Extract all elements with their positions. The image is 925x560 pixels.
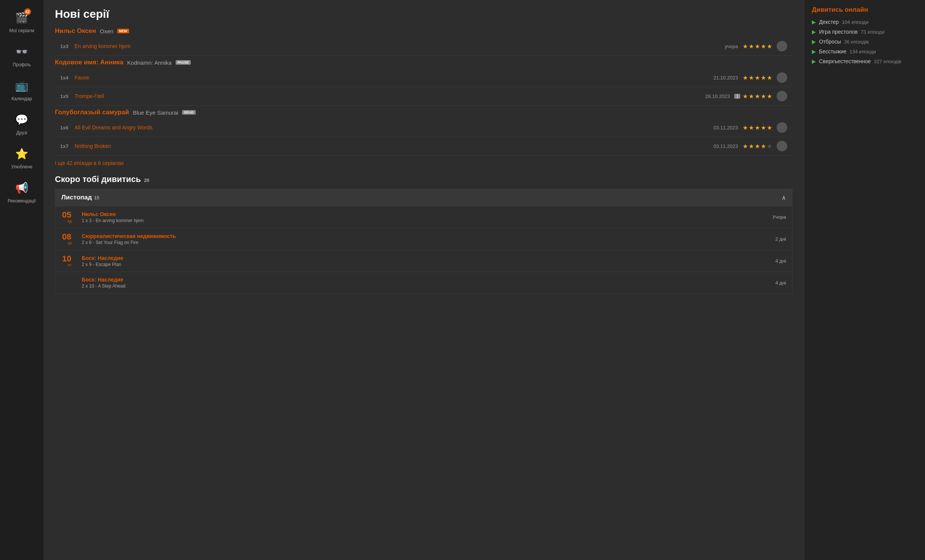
month-group: Листопад 15∧05ндНильс Оксен1 x 3 - En ar… xyxy=(55,189,793,294)
show-header-blue-eye-samurai: Голубоглазый самурайBlue Eye SamuraiDEAD xyxy=(55,109,793,116)
show-badge-new: NEW xyxy=(117,29,129,33)
episode-row[interactable]: 1x5Trompe-l'œil28.10.20231★★★★★ xyxy=(55,87,793,106)
online-show-item[interactable]: ▶Отбросы36 епізодів xyxy=(812,39,917,45)
episode-title[interactable]: Nothing Broken xyxy=(75,143,713,149)
episode-title[interactable]: All Evil Dreams and Angry Words xyxy=(75,124,713,131)
show-badge-dead: DEAD xyxy=(182,110,196,115)
show-group-blue-eye-samurai: Голубоглазый самурайBlue Eye SamuraiDEAD… xyxy=(55,109,793,156)
more-episodes-link[interactable]: І ще 42 епізоди в 6 серіалах xyxy=(55,160,793,166)
episode-row[interactable]: 1x4Fauve21.10.2023★★★★★ xyxy=(55,68,793,87)
month-title: Листопад 15 xyxy=(61,194,99,201)
episode-date: 03.11.2023 xyxy=(713,143,738,149)
online-show-name[interactable]: Отбросы xyxy=(819,39,841,45)
online-episode-count: 134 епізоди xyxy=(849,49,876,54)
calendar-episode-info: Сюрреалистическая недвижимость2 x 6 - Se… xyxy=(82,233,776,245)
episode-title[interactable]: En arving kommer hjem xyxy=(75,43,725,49)
sidebar-item-favorites[interactable]: ⭐Улюблене xyxy=(0,140,44,174)
online-show-name[interactable]: Игра престолов xyxy=(819,29,858,35)
online-show-name[interactable]: Сверхъестественное xyxy=(819,58,871,64)
episode-rating[interactable]: ★★★★★ xyxy=(743,143,773,150)
right-panel: Дивитись онлайн ▶Декстер104 епізоди▶Игра… xyxy=(804,0,925,560)
calendar-day-name: ср xyxy=(68,241,72,245)
episode-date: учора xyxy=(725,44,738,49)
online-show-name[interactable]: Бесстыжие xyxy=(819,48,846,54)
online-show-name[interactable]: Декстер xyxy=(819,19,839,25)
online-show-item[interactable]: ▶Бесстыжие134 епізоди xyxy=(812,48,917,54)
episode-number: 1x7 xyxy=(60,143,75,149)
calendar-episode-detail: 1 x 3 - En arving kommer hjem xyxy=(82,218,772,223)
calendar-day-name: нд xyxy=(67,219,72,223)
episode-watched-button[interactable] xyxy=(777,91,787,101)
calendar-day-column: 08ср xyxy=(61,233,78,245)
month-header[interactable]: Листопад 15∧ xyxy=(55,189,792,206)
episode-date: 03.11.2023 xyxy=(713,125,738,131)
friends-label: Друзі xyxy=(16,130,27,135)
episode-row[interactable]: 1x3En arving kommer hjemучора★★★★★ xyxy=(55,37,793,56)
profile-label: Профіль xyxy=(13,62,31,67)
online-show-item[interactable]: ▶Декстер104 епізоди xyxy=(812,19,917,25)
calendar-day-column: 05нд xyxy=(61,211,78,223)
play-icon: ▶ xyxy=(812,48,816,54)
episode-rating[interactable]: ★★★★★ xyxy=(743,43,773,50)
calendar-show-name[interactable]: Сюрреалистическая недвижимость xyxy=(82,233,776,239)
online-show-item[interactable]: ▶Сверхъестественное327 епізодів xyxy=(812,58,917,64)
episode-number: 1x6 xyxy=(60,125,75,131)
calendar-container: Листопад 15∧05ндНильс Оксен1 x 3 - En ar… xyxy=(55,189,793,294)
episode-date: 28.10.2023 xyxy=(705,93,730,99)
calendar-day-column: 10пт xyxy=(61,255,78,267)
calendar-icon: 📺 xyxy=(13,76,31,95)
calendar-day-number: 08 xyxy=(62,233,77,241)
calendar-episode-detail: 2 x 9 - Escape Plan xyxy=(82,262,776,267)
sidebar-item-profile[interactable]: 👓Профіль xyxy=(0,38,44,72)
episode-title[interactable]: Trompe-l'œil xyxy=(75,93,705,99)
episode-watched-button[interactable] xyxy=(777,72,787,83)
favorites-icon: ⭐ xyxy=(13,145,31,163)
show-title-ukrainian[interactable]: Кодовое имя: Анника xyxy=(55,59,123,66)
my-series-badge: 42 xyxy=(24,8,31,15)
show-title-ukrainian[interactable]: Нильс Оксен xyxy=(55,27,96,35)
calendar-row[interactable]: Босх: Наследие2 x 10 - A Step Ahead4 дні xyxy=(55,272,792,293)
episode-rating[interactable]: ★★★★★ xyxy=(743,124,773,131)
episode-rating[interactable]: ★★★★★ xyxy=(743,93,773,100)
sidebar-item-friends[interactable]: 💬Друзі xyxy=(0,106,44,140)
calendar-row[interactable]: 10птБосх: Наследие2 x 9 - Escape Plan4 д… xyxy=(55,250,792,272)
shows-container: Нильс ОксенOxenNEW1x3En arving kommer hj… xyxy=(55,27,793,156)
episode-row[interactable]: 1x7Nothing Broken03.11.2023★★★★★ xyxy=(55,137,793,156)
episode-title[interactable]: Fauve xyxy=(75,75,713,81)
show-title-ukrainian[interactable]: Голубоглазый самурай xyxy=(55,109,129,116)
calendar-show-name[interactable]: Нильс Оксен xyxy=(82,211,772,217)
online-episode-count: 73 епізоди xyxy=(861,29,885,35)
sidebar-item-my-series[interactable]: 🎬42Мої серіали xyxy=(0,4,44,38)
page-title: Нові серії xyxy=(55,8,793,20)
episode-row[interactable]: 1x6All Evil Dreams and Angry Words03.11.… xyxy=(55,118,793,137)
chevron-up-icon: ∧ xyxy=(782,194,786,201)
online-show-item[interactable]: ▶Игра престолов73 епізоди xyxy=(812,29,917,35)
calendar-row[interactable]: 05ндНильс Оксен1 x 3 - En arving kommer … xyxy=(55,206,792,228)
show-group-kodovoe-imya: Кодовое имя: АнникаKodnamn: AnnikaPAUSE1… xyxy=(55,59,793,106)
sidebar-item-calendar[interactable]: 📺Календар xyxy=(0,72,44,106)
calendar-time: Учора xyxy=(772,214,786,220)
show-header-kodovoe-imya: Кодовое имя: АнникаKodnamn: AnnikaPAUSE xyxy=(55,59,793,66)
sidebar-item-recommendations[interactable]: 📢Рекомендації xyxy=(0,174,44,208)
calendar-episode-info: Нильс Оксен1 x 3 - En arving kommer hjem xyxy=(82,211,772,223)
calendar-show-name[interactable]: Босх: Наследие xyxy=(82,277,776,283)
episode-watched-button[interactable] xyxy=(777,41,787,51)
profile-icon: 👓 xyxy=(13,42,31,61)
calendar-show-name[interactable]: Босх: Наследие xyxy=(82,255,776,261)
calendar-episode-info: Босх: Наследие2 x 9 - Escape Plan xyxy=(82,255,776,267)
episode-number: 1x4 xyxy=(60,75,75,81)
calendar-time: 4 дні xyxy=(776,258,786,264)
episode-number: 1x3 xyxy=(60,44,75,49)
show-group-nils-oxen: Нильс ОксенOxenNEW1x3En arving kommer hj… xyxy=(55,27,793,56)
sidebar: 🎬42Мої серіали👓Профіль📺Календар💬Друзі⭐Ул… xyxy=(0,0,44,560)
main-content: Нові серії Нильс ОксенOxenNEW1x3En arvin… xyxy=(44,0,804,560)
calendar-row[interactable]: 08срСюрреалистическая недвижимость2 x 6 … xyxy=(55,228,792,250)
coming-soon-section-title: Скоро тобі дивитись 20 xyxy=(55,174,793,184)
episode-watched-button[interactable] xyxy=(777,141,787,151)
calendar-day-name: пт xyxy=(68,263,72,267)
calendar-day-number: 10 xyxy=(62,255,77,263)
play-icon: ▶ xyxy=(812,19,816,25)
episode-watched-button[interactable] xyxy=(777,122,787,133)
episode-rating[interactable]: ★★★★★ xyxy=(743,74,773,81)
calendar-episode-detail: 2 x 6 - Set Your Flag on Fire xyxy=(82,240,776,245)
